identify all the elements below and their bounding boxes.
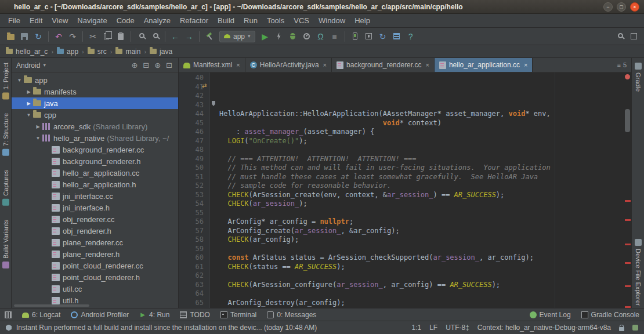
gradle-sync-icon[interactable]: ↻: [376, 30, 390, 43]
run-icon[interactable]: ▶: [258, 30, 272, 43]
tree-item-hello-ar-application-h[interactable]: hello_ar_application.h: [12, 179, 178, 190]
breadcrumb-item-hello-ar-c[interactable]: hello_ar_c: [5, 48, 49, 56]
avd-manager-icon[interactable]: [348, 30, 362, 43]
chevron-down-icon[interactable]: ▾: [43, 63, 46, 68]
tree-item-point-cloud-renderer-h[interactable]: point_cloud_renderer.h: [12, 271, 178, 283]
save-all-icon[interactable]: [17, 30, 31, 43]
error-indicator-icon[interactable]: [625, 74, 630, 79]
tool-button-device-file-explorer[interactable]: Device File Explorer: [635, 239, 642, 306]
tree-item-jni-interface-cc[interactable]: jni_interface.cc: [12, 190, 178, 202]
horizontal-scrollbar[interactable]: [14, 304, 89, 307]
scrollbar-thumb[interactable]: [625, 109, 630, 132]
menu-view[interactable]: View: [47, 14, 73, 27]
redo-icon[interactable]: ↷: [66, 30, 79, 43]
copy-icon[interactable]: [100, 30, 114, 43]
menu-tools[interactable]: Tools: [262, 14, 289, 27]
find-icon[interactable]: [134, 30, 148, 43]
chevron-collapsed-icon[interactable]: ▶: [24, 101, 33, 106]
menu-file[interactable]: File: [3, 14, 25, 27]
menu-run[interactable]: Run: [239, 14, 262, 27]
tree-item-manifests[interactable]: ▶manifests: [12, 86, 178, 97]
tool-button-android-profiler[interactable]: Android Profiler: [71, 311, 129, 319]
encoding-widget[interactable]: UTF-8‡: [446, 324, 469, 332]
cut-icon[interactable]: ✂: [86, 30, 100, 43]
attach-debugger-icon[interactable]: Ω: [314, 30, 328, 43]
tool-button-captures[interactable]: Captures: [2, 170, 9, 206]
tool-button-todo[interactable]: TODO: [180, 311, 209, 319]
menu-vcs[interactable]: VCS: [289, 14, 314, 27]
tool-button-gradle-console[interactable]: Gradle Console: [581, 311, 639, 319]
replace-icon[interactable]: [148, 30, 162, 43]
tree-item-background-renderer-cc[interactable]: background_renderer.cc: [12, 144, 178, 155]
sdk-manager-icon[interactable]: [362, 30, 376, 43]
breadcrumb-item-main[interactable]: main: [114, 48, 142, 56]
close-button[interactable]: ×: [630, 2, 639, 12]
sync-icon[interactable]: ↻: [31, 30, 45, 43]
close-tab-icon[interactable]: ×: [236, 61, 240, 68]
menu-refactor[interactable]: Refactor: [175, 14, 213, 27]
gutter-marker-icon[interactable]: ⇄: [202, 83, 207, 89]
chevron-expanded-icon[interactable]: ▼: [15, 78, 24, 83]
maximize-button[interactable]: □: [617, 2, 626, 12]
chevron-collapsed-icon[interactable]: ▶: [34, 124, 42, 129]
tool-button-terminal[interactable]: Terminal: [220, 311, 256, 319]
code-area[interactable]: HelloArApplication::HelloArApplication(A…: [210, 72, 631, 308]
chevron-expanded-icon[interactable]: ▼: [24, 112, 33, 118]
menu-analyze[interactable]: Analyze: [139, 14, 175, 27]
menu-build[interactable]: Build: [213, 14, 239, 27]
tab-helloaractivity-java[interactable]: CHelloArActivity.java×: [245, 58, 332, 72]
tree-item-background-renderer-h[interactable]: background_renderer.h: [12, 155, 178, 167]
status-indicator-icon[interactable]: [632, 325, 638, 331]
caret-position-widget[interactable]: 1:1: [411, 324, 421, 332]
tree-item-util-cc[interactable]: util.cc: [12, 283, 178, 295]
menu-window[interactable]: Window: [314, 14, 350, 27]
menu-code[interactable]: Code: [112, 14, 139, 27]
status-message[interactable]: Instant Run performed a full build and i…: [16, 324, 317, 332]
error-stripe-mark[interactable]: [625, 306, 631, 308]
tree-item-jni-interface-h[interactable]: jni_interface.h: [12, 202, 178, 213]
tree-item-arcore-sdk[interactable]: ▶arcore_sdk(Shared Library): [12, 121, 178, 132]
chevron-expanded-icon[interactable]: ▼: [34, 136, 42, 141]
tree-item-plane-renderer-cc[interactable]: plane_renderer.cc: [12, 237, 178, 248]
toolwindow-switcher-icon[interactable]: [5, 311, 12, 318]
tree-item-app[interactable]: ▼app: [12, 74, 178, 86]
menu-edit[interactable]: Edit: [25, 14, 47, 27]
settings-gear-icon[interactable]: ⊛: [153, 61, 162, 69]
forward-icon[interactable]: →: [182, 30, 196, 43]
help-icon[interactable]: ?: [404, 30, 418, 43]
error-stripe-mark[interactable]: [625, 200, 631, 202]
vertical-scrollbar[interactable]: [624, 72, 631, 308]
hidden-tabs-icon[interactable]: ≡: [617, 61, 620, 68]
locate-file-icon[interactable]: ⊕: [130, 61, 139, 69]
run-config-select[interactable]: app ▾: [219, 31, 255, 42]
project-structure-icon[interactable]: [390, 30, 404, 43]
tree-item-obj-renderer-h[interactable]: obj_renderer.h: [12, 225, 178, 237]
tree-item-hello-ar-native[interactable]: ▼hello_ar_native(Shared Library, ~/: [12, 132, 178, 144]
tool-button-6-logcat[interactable]: 6: Logcat: [22, 311, 60, 319]
tool-button-7-structure[interactable]: 7: Structure: [2, 113, 9, 156]
tool-button-build-variants[interactable]: Build Variants: [2, 220, 9, 268]
line-separator-widget[interactable]: LF: [429, 324, 437, 332]
make-project-icon[interactable]: [202, 30, 216, 43]
close-tab-icon[interactable]: ×: [524, 61, 527, 68]
back-icon[interactable]: ←: [168, 30, 182, 43]
tree-item-java[interactable]: ▶java: [12, 97, 178, 109]
tool-button-0-messages[interactable]: 0: Messages: [267, 311, 316, 319]
error-stripe-mark[interactable]: [625, 262, 631, 264]
menu-help[interactable]: Help: [350, 14, 375, 27]
tab-hello-ar-application-cc[interactable]: hello_ar_application.cc×: [435, 58, 533, 72]
tree-item-plane-renderer-h[interactable]: plane_renderer.h: [12, 248, 178, 260]
tab-background-renderer-cc[interactable]: background_renderer.cc×: [332, 58, 435, 72]
tree-item-cpp[interactable]: ▼cpp: [12, 109, 178, 121]
tool-button-1-project[interactable]: 1: Project: [2, 63, 9, 99]
stop-icon[interactable]: ■: [328, 30, 342, 43]
tool-button-event-log[interactable]: Event Log: [530, 311, 571, 319]
apply-changes-icon[interactable]: [272, 30, 286, 43]
menu-navigate[interactable]: Navigate: [73, 14, 111, 27]
lock-icon[interactable]: [619, 327, 624, 331]
close-tab-icon[interactable]: ×: [323, 61, 327, 68]
error-stripe-mark[interactable]: [625, 219, 631, 221]
error-stripe-mark[interactable]: [625, 244, 631, 245]
breadcrumb-item-java[interactable]: java: [149, 48, 173, 56]
tool-button-gradle[interactable]: Gradle: [635, 63, 642, 92]
